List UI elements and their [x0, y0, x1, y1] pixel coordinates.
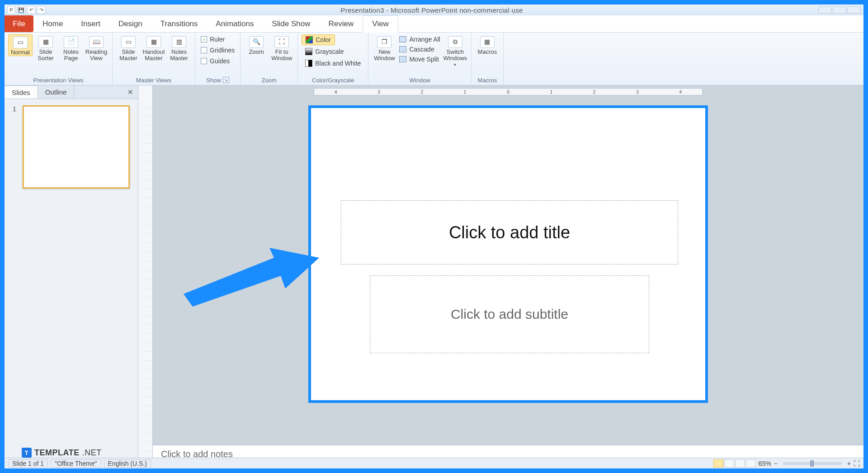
arrange-icon	[399, 36, 406, 43]
label: Guides	[210, 57, 230, 65]
tab-view[interactable]: View	[363, 15, 398, 33]
tab-insert[interactable]: Insert	[72, 15, 109, 32]
group-show: ✓ Ruler Gridlines Guides Show ↘	[195, 33, 241, 85]
qat-undo-icon[interactable]: ↶	[27, 6, 35, 14]
label: Notes Master	[167, 49, 191, 62]
group-window: ❐ New Window Arrange All Cascade Move Sp…	[368, 33, 471, 85]
reading-view-button[interactable]: 📖 Reading View	[84, 34, 108, 62]
label: Slide Master	[116, 49, 141, 62]
close-button[interactable]	[847, 6, 861, 14]
label: Black and White	[315, 60, 361, 67]
maximize-button[interactable]	[833, 6, 846, 14]
ruler-mark: 4	[679, 90, 682, 95]
group-label: Presentation Views	[8, 75, 108, 85]
slide-thumbnail[interactable]	[23, 105, 130, 189]
label: Grayscale	[315, 48, 344, 55]
status-slide-counter: Slide 1 of 1	[8, 459, 48, 468]
thumbnail-number: 1	[13, 105, 18, 113]
app-icon: P	[7, 6, 15, 14]
zoom-in-button[interactable]: +	[847, 460, 851, 467]
move-split-button[interactable]: Move Split	[397, 54, 442, 64]
group-label: Color/Grayscale	[302, 75, 364, 85]
fit-to-window-button[interactable]: ⛶ Fit to Window	[269, 34, 294, 62]
zoom-slider[interactable]	[783, 462, 842, 465]
checkbox-icon: ✓	[201, 36, 207, 43]
slide-canvas[interactable]: Click to add title Click to add subtitle	[308, 105, 708, 403]
grayscale-swatch-icon	[305, 48, 312, 55]
group-label: Zoom	[244, 75, 294, 85]
arrange-all-button[interactable]: Arrange All	[397, 34, 442, 44]
watermark-text: TEMPLATE	[34, 448, 80, 458]
zoom-button[interactable]: 🔍 Zoom	[244, 34, 269, 55]
ruler-mark: 1	[550, 90, 553, 95]
tab-review[interactable]: Review	[320, 15, 363, 32]
slide-sorter-button[interactable]: ▦ Slide Sorter	[33, 34, 58, 62]
fit-zoom-button[interactable]: ⛶	[854, 460, 860, 467]
slide-master-button[interactable]: ▭ Slide Master	[116, 34, 141, 62]
status-bar: Slide 1 of 1 "Office Theme" English (U.S…	[5, 458, 863, 468]
title-placeholder[interactable]: Click to add title	[341, 200, 678, 265]
label: Ruler	[210, 36, 225, 43]
label: Macros	[478, 49, 497, 55]
watermark: T TEMPLATE.NET	[22, 448, 102, 458]
fit-window-icon: ⛶	[274, 36, 289, 48]
notes-page-button[interactable]: 📄 Notes Page	[59, 34, 83, 62]
status-language[interactable]: English (U.S.)	[104, 459, 151, 468]
grayscale-mode-button[interactable]: Grayscale	[302, 46, 347, 57]
zoom-slider-knob[interactable]	[810, 460, 814, 467]
subtitle-placeholder[interactable]: Click to add subtitle	[370, 275, 649, 353]
slides-tab[interactable]: Slides	[5, 85, 38, 99]
cascade-icon	[399, 46, 406, 52]
title-bar: P 💾 ↶ ↷ Presentation3 - Microsoft PowerP…	[5, 5, 863, 15]
tab-transitions[interactable]: Transitions	[151, 15, 207, 32]
reading-view-icon: 📖	[89, 36, 104, 48]
handout-master-icon: ▦	[146, 36, 161, 48]
handout-master-button[interactable]: ▦ Handout Master	[142, 34, 166, 62]
checkbox-icon	[201, 58, 207, 64]
notes-master-icon: ▥	[172, 36, 186, 48]
watermark-suffix: .NET	[82, 448, 102, 458]
status-reading-view-button[interactable]	[735, 459, 745, 468]
switch-windows-button[interactable]: ⧉ Switch Windows ▾	[443, 34, 467, 67]
normal-view-button[interactable]: ▭ Normal	[8, 34, 33, 56]
qat-redo-icon[interactable]: ↷	[37, 6, 45, 14]
status-normal-view-button[interactable]	[713, 459, 723, 468]
cascade-button[interactable]: Cascade	[397, 44, 442, 54]
group-master-views: ▭ Slide Master ▦ Handout Master ▥ Notes …	[113, 33, 195, 85]
label: Color	[316, 36, 330, 43]
slide-thumbnail-row[interactable]: 1	[13, 105, 130, 189]
dialog-launcher-icon[interactable]: ↘	[223, 77, 229, 83]
status-sorter-view-button[interactable]	[724, 459, 734, 468]
label: Handout Master	[142, 49, 166, 62]
gridlines-checkbox[interactable]: Gridlines	[199, 45, 236, 55]
tab-design[interactable]: Design	[109, 15, 151, 32]
horizontal-ruler: 4 3 2 1 0 1 2 3 4	[314, 88, 703, 95]
zoom-out-button[interactable]: −	[774, 460, 778, 467]
macros-button[interactable]: ▦ Macros	[475, 34, 500, 55]
color-swatch-icon	[306, 36, 313, 43]
notes-master-button[interactable]: ▥ Notes Master	[167, 34, 191, 62]
ruler-mark: 0	[507, 90, 509, 95]
qat-save-icon[interactable]: 💾	[17, 6, 25, 14]
tab-animations[interactable]: Animations	[207, 15, 263, 32]
bw-mode-button[interactable]: Black and White	[302, 58, 364, 69]
label-text: Show	[206, 77, 221, 84]
color-mode-button[interactable]: Color	[302, 34, 335, 45]
tab-file[interactable]: File	[5, 15, 33, 32]
guides-checkbox[interactable]: Guides	[199, 56, 231, 66]
outline-tab[interactable]: Outline	[38, 85, 75, 99]
window-title: Presentation3 - Microsoft PowerPoint non…	[45, 6, 818, 14]
ruler-checkbox[interactable]: ✓ Ruler	[199, 34, 226, 44]
status-slideshow-button[interactable]	[746, 459, 756, 468]
group-zoom: 🔍 Zoom ⛶ Fit to Window Zoom	[241, 33, 298, 85]
slides-panel: Slides Outline ✕ 1	[5, 85, 138, 468]
slide-sorter-icon: ▦	[38, 36, 53, 48]
status-zoom-value[interactable]: 65%	[759, 460, 771, 467]
minimize-button[interactable]	[818, 6, 832, 14]
close-panel-icon[interactable]: ✕	[123, 85, 138, 99]
tab-home[interactable]: Home	[33, 15, 72, 32]
tab-slideshow[interactable]: Slide Show	[263, 15, 319, 32]
ribbon-tabs: File Home Insert Design Transitions Anim…	[5, 15, 863, 33]
new-window-button[interactable]: ❐ New Window	[372, 34, 396, 62]
label: New Window	[372, 49, 396, 62]
